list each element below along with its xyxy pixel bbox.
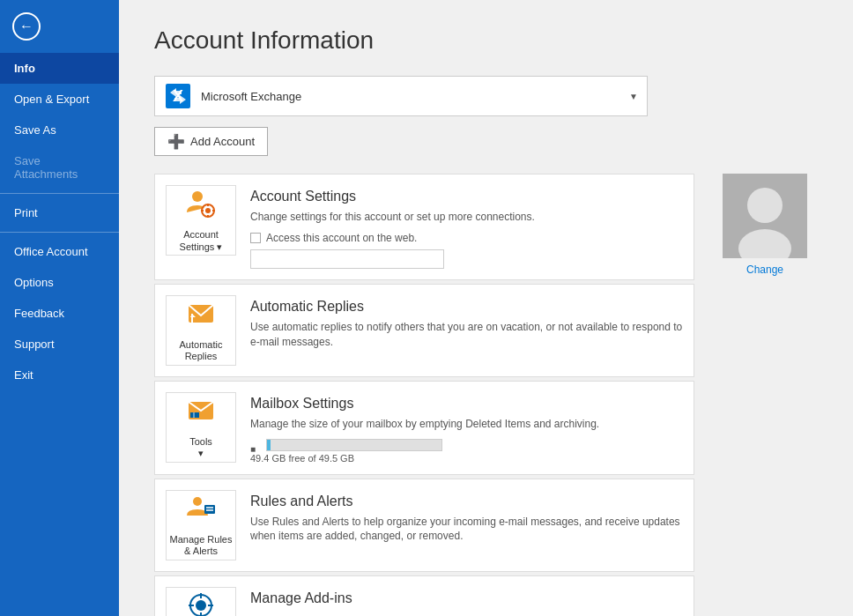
- mailbox-progress-bar: [266, 439, 442, 451]
- sidebar-item-save-as[interactable]: Save As: [0, 115, 119, 145]
- sidebar-item-open-export[interactable]: Open & Export: [0, 84, 119, 115]
- plus-icon: ➕: [167, 133, 185, 150]
- rules-alerts-icon-box[interactable]: Manage Rules& Alerts: [166, 490, 236, 560]
- access-web-input[interactable]: [250, 249, 444, 269]
- sidebar-item-options[interactable]: Options: [0, 267, 119, 298]
- account-settings-content: Account Settings Change settings for thi…: [250, 185, 683, 269]
- change-photo-link[interactable]: Change: [746, 263, 783, 276]
- access-web-checkbox[interactable]: [250, 233, 261, 243]
- rules-alerts-content: Rules and Alerts Use Rules and Alerts to…: [250, 490, 683, 552]
- content-area: AccountSettings ▾ Account Settings Chang…: [154, 174, 818, 616]
- manage-addins-title: Manage Add-ins: [250, 590, 683, 606]
- sidebar-item-exit[interactable]: Exit: [0, 360, 119, 390]
- mailbox-settings-title: Mailbox Settings: [250, 396, 683, 412]
- section-mailbox-settings: Tools▾ Mailbox Settings Manage the size …: [154, 381, 694, 475]
- account-settings-title: Account Settings: [250, 189, 683, 204]
- rules-alerts-desc: Use Rules and Alerts to help organize yo…: [250, 515, 683, 545]
- exchange-icon: X: [164, 82, 192, 110]
- sidebar-item-support[interactable]: Support: [0, 329, 119, 360]
- sidebar-divider-1: [0, 193, 119, 194]
- automatic-replies-icon: [185, 298, 217, 336]
- manage-addins-icon: [185, 590, 217, 616]
- mailbox-progress-fill: [267, 440, 271, 450]
- mailbox-progress-container: ■ 49.4 GB free of 49.5 GB: [250, 439, 683, 464]
- mailbox-settings-label: Tools▾: [189, 436, 212, 459]
- automatic-replies-content: Automatic Replies Use automatic replies …: [250, 295, 683, 357]
- sidebar-item-office-account[interactable]: Office Account: [0, 236, 119, 267]
- rules-alerts-icon: [185, 493, 217, 531]
- sections-list: AccountSettings ▾ Account Settings Chang…: [154, 174, 694, 616]
- svg-rect-13: [204, 505, 215, 514]
- rules-alerts-label: Manage Rules& Alerts: [170, 534, 233, 557]
- svg-point-17: [196, 600, 206, 611]
- mailbox-settings-icon-box[interactable]: Tools▾: [166, 392, 236, 463]
- account-name: Microsoft Exchange: [201, 90, 629, 103]
- mailbox-checkbox: ■: [250, 440, 261, 450]
- mailbox-settings-icon: [185, 395, 217, 433]
- profile-area: Change: [712, 174, 818, 616]
- automatic-replies-icon-box[interactable]: AutomaticReplies: [166, 295, 236, 366]
- sidebar-divider-2: [0, 232, 119, 233]
- mailbox-progress-text: 49.4 GB free of 49.5 GB: [250, 453, 683, 464]
- account-settings-desc: Change settings for this account or set …: [250, 210, 683, 225]
- rules-alerts-title: Rules and Alerts: [250, 494, 683, 509]
- sidebar-item-print[interactable]: Print: [0, 197, 119, 228]
- account-settings-label: AccountSettings ▾: [180, 229, 223, 252]
- sidebar-item-info[interactable]: Info: [0, 53, 119, 84]
- dropdown-arrow-icon: ▼: [629, 92, 638, 101]
- account-selector[interactable]: X Microsoft Exchange ▼: [154, 76, 648, 116]
- page-title: Account Information: [154, 26, 818, 55]
- svg-point-12: [193, 497, 202, 506]
- back-arrow-icon: ←: [12, 12, 41, 41]
- profile-avatar: [723, 174, 807, 258]
- main-content: Account Information X Microsoft Exchange…: [119, 0, 853, 616]
- sidebar: ← Info Open & Export Save As Save Attach…: [0, 0, 119, 616]
- mailbox-settings-desc: Manage the size of your mailbox by empty…: [250, 417, 683, 432]
- mailbox-settings-content: Mailbox Settings Manage the size of your…: [250, 392, 683, 464]
- access-web-label: Access this account on the web.: [266, 232, 417, 244]
- svg-point-23: [747, 188, 783, 223]
- section-manage-addins: ManageAdd-ins Manage Add-ins: [154, 575, 694, 616]
- account-settings-icon-box[interactable]: AccountSettings ▾: [166, 185, 236, 256]
- section-rules-alerts: Manage Rules& Alerts Rules and Alerts Us…: [154, 479, 694, 572]
- automatic-replies-desc: Use automatic replies to notify others t…: [250, 320, 683, 350]
- account-settings-icon: [185, 188, 217, 226]
- add-account-button[interactable]: ➕ Add Account: [154, 127, 268, 156]
- automatic-replies-label: AutomaticReplies: [180, 339, 223, 362]
- svg-point-2: [192, 191, 203, 202]
- back-button[interactable]: ←: [9, 9, 44, 44]
- svg-point-4: [205, 208, 211, 213]
- section-automatic-replies: AutomaticReplies Automatic Replies Use a…: [154, 284, 694, 377]
- section-account-settings: AccountSettings ▾ Account Settings Chang…: [154, 174, 694, 280]
- manage-addins-content: Manage Add-ins: [250, 587, 683, 612]
- sidebar-item-feedback[interactable]: Feedback: [0, 298, 119, 329]
- svg-rect-11: [190, 412, 199, 418]
- sidebar-item-save-attachments: Save Attachments: [0, 145, 119, 189]
- account-settings-link-row: Access this account on the web.: [250, 232, 683, 244]
- manage-addins-icon-box[interactable]: ManageAdd-ins: [166, 587, 236, 616]
- automatic-replies-title: Automatic Replies: [250, 299, 683, 315]
